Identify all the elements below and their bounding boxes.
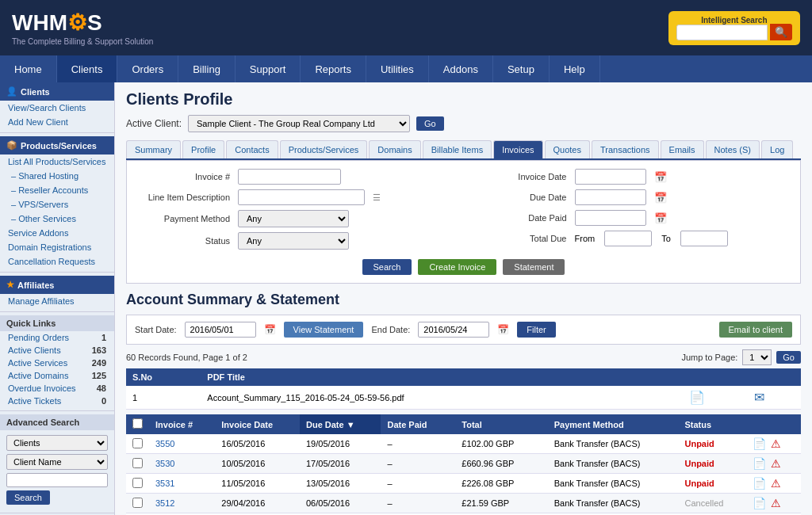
inv-pdf-icon-1[interactable]: 📄 [753,437,766,450]
sidebar-other-services[interactable]: – Other Services [0,212,114,226]
nav-clients[interactable]: Clients [57,55,118,82]
search-input[interactable] [676,25,768,40]
inv-col-method[interactable]: Payment Method [548,414,679,434]
start-date-calendar-icon[interactable]: 📅 [264,324,276,335]
total-due-to-input[interactable] [680,231,728,246]
inv-check-4[interactable] [126,494,149,513]
nav-addons[interactable]: Addons [429,55,493,82]
pdf-download-icon-1[interactable]: 📄 [683,386,749,410]
pdf-email-icon-1[interactable]: ✉ [748,386,801,410]
email-client-button[interactable]: Email to client [719,322,792,338]
inv-col-paid[interactable]: Date Paid [381,414,455,434]
sidebar-vps[interactable]: – VPS/Servers [0,197,114,212]
end-date-calendar-icon[interactable]: 📅 [497,324,509,335]
inv-check-2[interactable] [126,454,149,474]
tab-summary[interactable]: Summary [126,140,181,158]
inv-col-status[interactable]: Status [678,414,746,434]
sidebar-shared-hosting[interactable]: – Shared Hosting [0,169,114,183]
line-item-input[interactable] [238,189,365,205]
inv-delete-icon-1[interactable]: ⚠ [771,437,781,450]
tab-invoices[interactable]: Invoices [493,140,542,158]
active-client-go-button[interactable]: Go [416,116,444,131]
inv-num-2[interactable]: 3530 [149,454,215,474]
tab-profile[interactable]: Profile [182,140,224,158]
inv-col-date[interactable]: Invoice Date [215,414,300,434]
active-domains-link[interactable]: Active Domains [8,371,68,380]
nav-home[interactable]: Home [0,55,57,82]
date-paid-input[interactable] [575,210,646,226]
inv-checkbox-3[interactable] [132,478,143,488]
tab-billable-items[interactable]: Billable Items [423,140,492,158]
inv-delete-icon-2[interactable]: ⚠ [771,457,781,470]
nav-billing[interactable]: Billing [178,55,236,82]
inv-check-1[interactable] [126,434,149,454]
invoice-date-calendar-icon[interactable]: 📅 [654,171,667,183]
tab-transactions[interactable]: Transactions [592,140,659,158]
nav-setup[interactable]: Setup [493,55,550,82]
inv-pdf-icon-3[interactable]: 📄 [753,477,766,490]
sidebar-add-client[interactable]: Add New Client [0,115,114,129]
tab-products-services[interactable]: Products/Services [280,140,368,158]
search-icon[interactable]: 🔍 [770,24,792,40]
date-paid-calendar-icon[interactable]: 📅 [654,212,667,224]
pending-orders-link[interactable]: Pending Orders [8,333,69,342]
sidebar-list-products[interactable]: List All Products/Services [0,154,114,169]
inv-checkbox-1[interactable] [132,438,143,448]
invoice-date-input[interactable] [575,169,646,185]
inv-checkbox-4[interactable] [132,498,143,508]
invoice-num-input[interactable] [238,169,341,185]
inv-pdf-icon-4[interactable]: 📄 [753,497,766,509]
filter-button[interactable]: Filter [517,322,555,338]
sidebar-manage-affiliates[interactable]: Manage Affiliates [0,294,114,308]
nav-orders[interactable]: Orders [117,55,178,82]
inv-checkbox-2[interactable] [132,458,143,468]
inv-delete-icon-4[interactable]: ⚠ [771,497,781,509]
payment-method-select[interactable]: Any Bank Transfer (BACS) [238,210,349,227]
total-due-from-input[interactable] [604,231,652,246]
sidebar-cancellation[interactable]: Cancellation Requests [0,254,114,269]
overdue-invoices-link[interactable]: Overdue Invoices [8,383,76,393]
search-button[interactable]: Search [362,259,412,275]
inv-check-3[interactable] [126,474,149,494]
inv-delete-icon-3[interactable]: ⚠ [771,477,781,490]
nav-support[interactable]: Support [236,55,301,82]
start-date-input[interactable] [185,322,256,338]
status-select[interactable]: Any Paid Unpaid Cancelled [238,232,349,250]
create-invoice-button[interactable]: Create Invoice [418,259,496,275]
sidebar-reseller[interactable]: – Reseller Accounts [0,183,114,197]
jump-page-select[interactable]: 1 2 [742,349,772,365]
sidebar-service-addons[interactable]: Service Addons [0,226,114,240]
statement-button[interactable]: Statement [503,259,565,275]
tab-quotes[interactable]: Quotes [545,140,590,158]
due-date-input[interactable] [575,189,646,205]
inv-num-4[interactable]: 3512 [149,494,215,513]
sidebar-view-clients[interactable]: View/Search Clients [0,101,114,115]
tab-notes[interactable]: Notes (S) [706,140,760,158]
inv-num-1[interactable]: 3550 [149,434,215,454]
active-clients-link[interactable]: Active Clients [8,345,61,355]
active-tickets-link[interactable]: Active Tickets [8,396,61,406]
tab-contacts[interactable]: Contacts [226,140,278,158]
nav-utilities[interactable]: Utilities [366,55,429,82]
inv-col-due[interactable]: Due Date ▼ [300,414,381,434]
end-date-input[interactable] [418,322,489,338]
inv-num-3[interactable]: 3531 [149,474,215,494]
jump-go-button[interactable]: Go [776,351,801,364]
select-all-checkbox[interactable] [132,418,143,429]
nav-help[interactable]: Help [550,55,600,82]
active-client-select[interactable]: Sample Client - The Group Real Company L… [188,115,410,132]
tab-domains[interactable]: Domains [369,140,420,158]
view-statement-button[interactable]: View Statement [284,322,364,338]
adv-search-type1[interactable]: Clients [6,435,108,451]
nav-reports[interactable]: Reports [301,55,366,82]
adv-search-input[interactable] [6,473,108,487]
adv-search-type2[interactable]: Client Name [6,454,108,470]
due-date-calendar-icon[interactable]: 📅 [654,192,667,204]
adv-search-button[interactable]: Search [6,490,50,505]
inv-pdf-icon-2[interactable]: 📄 [753,457,766,470]
inv-col-total[interactable]: Total [455,414,547,434]
tab-log[interactable]: Log [761,140,793,158]
tab-emails[interactable]: Emails [661,140,704,158]
active-services-link[interactable]: Active Services [8,358,67,368]
inv-col-num[interactable]: Invoice # [149,414,215,434]
